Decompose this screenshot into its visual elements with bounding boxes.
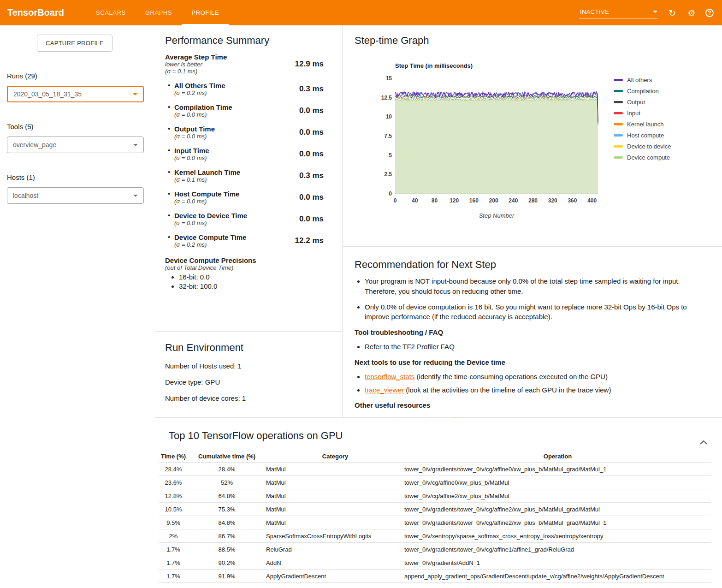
trace-viewer-link[interactable]: trace_viewer	[365, 386, 404, 394]
cell-category: MatMul	[266, 493, 404, 499]
table-row: 1.7% 88.5% ReluGrad tower_0/v/gradients/…	[159, 543, 711, 556]
col-header-time: Time (%)	[159, 453, 188, 460]
capture-profile-button[interactable]: CAPTURE PROFILE	[37, 35, 112, 52]
cell-operation: tower_0/v/gradients/tower_0/v/cg/affine1…	[404, 546, 711, 553]
faq-item: Refer to the TF2 Profiler FAQ	[365, 342, 708, 352]
metric-value: 0.0 ms	[299, 149, 324, 159]
legend-label: Kernel launch	[627, 121, 664, 128]
collapse-section-button[interactable]	[698, 436, 709, 448]
svg-text:200: 200	[489, 197, 498, 204]
chart-plot-area: 02.557.51012.515040801201602002402803203…	[377, 74, 607, 219]
chart-legend: All others Compilation Output Input Kern…	[614, 74, 671, 219]
metric-sigma: (σ = 0.2 ms)	[174, 241, 246, 248]
svg-text:320: 320	[548, 197, 557, 204]
cell-category: SparseSoftmaxCrossEntropyWithLogits	[266, 533, 404, 540]
performance-summary-section: Performance Summary Average Step Time lo…	[154, 25, 343, 332]
top-ops-table: Time (%) Cumulative time (%) Category Op…	[159, 450, 711, 583]
tool-item-description: (identify the time-consuming operations …	[414, 373, 608, 380]
run-env-line: Number of Hosts used: 1	[165, 362, 324, 370]
legend-item: Input	[614, 110, 671, 117]
cell-operation: tower_0/v/cg/affine2/xw_plus_b/MatMul	[404, 493, 711, 499]
tab-graphs[interactable]: GRAPHS	[136, 0, 182, 25]
help-icon[interactable]: ?	[705, 9, 714, 17]
col-header-operation: Operation	[404, 453, 711, 460]
tab-profile[interactable]: PROFILE	[182, 0, 229, 25]
hosts-select[interactable]: localhost	[7, 187, 144, 204]
cell-time: 1.7%	[159, 546, 188, 553]
metric-row: Host Compute Time (σ = 0.0 ms) 0.0 ms	[165, 190, 324, 205]
svg-text:5: 5	[389, 152, 392, 159]
metric-row: Device to Device Time (σ = 0.0 ms) 0.0 m…	[165, 212, 324, 226]
cell-operation: tower_0/v/gradients/tower_0/v/cg/affine2…	[404, 506, 711, 513]
legend-swatch	[614, 112, 623, 114]
runs-select[interactable]: 2020_03_05_18_31_35	[7, 86, 144, 102]
metric-value: 0.3 ms	[299, 171, 324, 180]
top-bar: TensorBoard SCALARS GRAPHS PROFILE INACT…	[0, 0, 722, 25]
tensorflow-stats-link[interactable]: tensorflow_stats	[365, 373, 414, 380]
legend-swatch	[614, 101, 623, 103]
cell-category: MatMul	[266, 519, 404, 526]
sidebar: CAPTURE PROFILE Runs (29) 2020_03_05_18_…	[0, 25, 154, 588]
legend-swatch	[614, 145, 623, 148]
svg-text:0: 0	[389, 190, 392, 197]
resources-heading: Other useful resources	[355, 401, 708, 409]
legend-label: Host compute	[627, 132, 664, 139]
tool-item-description: (look at the activities on the timeline …	[404, 386, 611, 394]
next-tools-heading: Next tools to use for reducing the Devic…	[355, 358, 708, 366]
metric-value: 0.0 ms	[299, 128, 324, 137]
capture-status-value: INACTIVE	[580, 8, 609, 15]
table-header-row: Time (%) Cumulative time (%) Category Op…	[159, 450, 711, 463]
table-row: 10.5% 75.3% MatMul tower_0/v/gradients/t…	[159, 503, 711, 516]
tools-select-value: overview_page	[13, 141, 56, 148]
svg-text:400: 400	[587, 197, 597, 204]
precision-item: 16-bit: 0.0	[179, 273, 324, 281]
app-title: TensorBoard	[0, 0, 86, 25]
metric-label: Input Time	[174, 147, 209, 154]
metric-label: Kernel Launch Time	[174, 168, 240, 176]
cell-operation: tower_0/v/gradients/tower_0/v/cg/affine0…	[404, 466, 711, 473]
metric-label: Device Compute Time	[174, 233, 246, 241]
overview-grid: Performance Summary Average Step Time lo…	[154, 25, 722, 417]
runs-select-value: 2020_03_05_18_31_35	[13, 90, 82, 98]
metric-value: 12.2 ms	[295, 236, 324, 245]
cell-category: MatMul	[266, 506, 404, 513]
table-row: 2% 86.7% SparseSoftmaxCrossEntropyWithLo…	[159, 529, 711, 543]
metric-sigma: (σ = 0.2 ms)	[174, 89, 225, 96]
tools-select[interactable]: overview_page	[7, 137, 144, 153]
tab-scalars[interactable]: SCALARS	[86, 0, 136, 25]
step-time-graph-title: Step-time Graph	[355, 35, 713, 47]
cell-cumulative: 91.9%	[188, 573, 266, 580]
cell-cumulative: 88.5%	[188, 546, 266, 553]
cell-operation: tower_0/v/gradients/AddN_1	[404, 559, 711, 566]
device-compute-precisions: Device Compute Precisions (out of Total …	[165, 256, 324, 290]
cell-time: 10.5%	[159, 506, 188, 513]
svg-text:160: 160	[469, 197, 479, 204]
metric-sigma: (σ = 0.1 ms)	[165, 68, 227, 75]
legend-swatch	[614, 123, 623, 125]
runs-label: Runs (29)	[7, 72, 148, 80]
svg-text:2.5: 2.5	[384, 171, 392, 178]
col-header-category: Category	[266, 453, 404, 460]
chevron-up-icon	[700, 440, 707, 445]
svg-text:10: 10	[386, 113, 392, 120]
metric-sigma: (σ = 0.1 ms)	[174, 176, 240, 183]
chevron-down-icon	[133, 195, 138, 197]
metric-row: Output Time (σ = 0.0 ms) 0.0 ms	[165, 125, 324, 140]
table-row: 9.5% 84.8% MatMul tower_0/v/gradients/to…	[159, 516, 711, 529]
capture-status-select[interactable]: INACTIVE	[579, 7, 658, 18]
cell-time: 1.7%	[159, 573, 188, 580]
chevron-down-icon	[133, 93, 137, 95]
svg-text:12.5: 12.5	[381, 95, 392, 101]
recommendation-bullet: Only 0.0% of device computation is 16 bi…	[365, 302, 708, 322]
cell-cumulative: 84.8%	[188, 519, 266, 526]
metric-sigma: (σ = 0.0 ms)	[174, 154, 209, 161]
settings-gear-icon[interactable]: ⚙	[686, 7, 697, 18]
tool-item: trace_viewer (look at the activities on …	[365, 385, 708, 395]
metric-sigma: (σ = 0.0 ms)	[174, 220, 247, 226]
chart-x-axis-label: Step Number	[395, 212, 598, 219]
chevron-down-icon	[653, 11, 657, 13]
cell-category: ReluGrad	[266, 546, 404, 553]
refresh-icon[interactable]: ↻	[667, 7, 678, 18]
table-row: 23.6% 52% MatMul tower_0/v/cg/affine0/xw…	[159, 476, 711, 489]
metric-label: Average Step Time	[165, 53, 227, 61]
